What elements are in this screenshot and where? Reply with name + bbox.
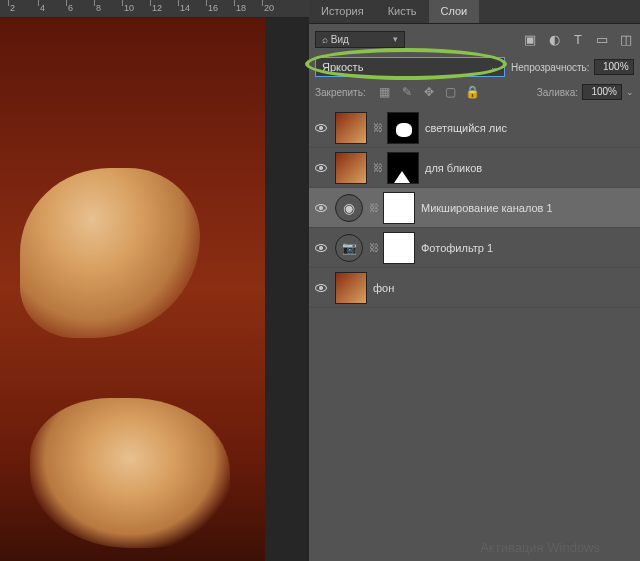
- layer-row[interactable]: 📷 ⛓ Фотофильтр 1: [309, 228, 640, 268]
- channel-mixer-icon: ◉: [343, 200, 355, 216]
- ruler-tick: 2: [10, 3, 15, 13]
- ruler-tick: 14: [180, 3, 190, 13]
- adjustment-icon[interactable]: 📷: [335, 234, 363, 262]
- link-icon: ⛓: [373, 162, 381, 173]
- opacity-value[interactable]: 100%: [594, 59, 634, 75]
- lock-row: Закрепить: ▦ ✎ ✥ ▢ 🔒 Заливка: 100% ⌄: [309, 80, 640, 104]
- chevron-down-icon: ⌄: [490, 62, 498, 72]
- layer-row[interactable]: фон: [309, 268, 640, 308]
- layer-name[interactable]: светящийся лис: [425, 122, 507, 134]
- layer-mask-thumbnail[interactable]: [383, 192, 415, 224]
- filter-adjustment-icon[interactable]: ◐: [546, 31, 562, 47]
- filter-smart-icon[interactable]: ◫: [618, 31, 634, 47]
- windows-activation-watermark: Активация Windows: [480, 540, 600, 555]
- link-icon: ⛓: [369, 242, 377, 253]
- ruler-horizontal: 2 4 6 8 10 12 14 16 18 20: [0, 0, 309, 18]
- layer-name[interactable]: для бликов: [425, 162, 482, 174]
- filter-type-icon[interactable]: T: [570, 31, 586, 47]
- tab-history[interactable]: История: [309, 0, 376, 23]
- layer-row[interactable]: ⛓ для бликов: [309, 148, 640, 188]
- ruler-tick: 18: [236, 3, 246, 13]
- canvas-area: 2 4 6 8 10 12 14 16 18 20: [0, 0, 309, 561]
- document-image[interactable]: [0, 18, 265, 561]
- chevron-down-icon: ▾: [393, 34, 398, 44]
- layer-mask-thumbnail[interactable]: [383, 232, 415, 264]
- ruler-tick: 10: [124, 3, 134, 13]
- eye-icon: [315, 164, 327, 172]
- layers-list: ⛓ светящийся лис ⛓ для бликов ◉ ⛓ Микшир…: [309, 104, 640, 308]
- link-icon: ⛓: [369, 202, 377, 213]
- blend-mode-select[interactable]: Яркость ⌄: [315, 57, 505, 77]
- visibility-toggle[interactable]: [313, 240, 329, 256]
- layer-thumbnail[interactable]: [335, 152, 367, 184]
- lock-move-icon[interactable]: ✥: [422, 85, 436, 99]
- ruler-tick: 4: [40, 3, 45, 13]
- opacity-label: Непрозрачность:: [511, 62, 590, 73]
- layer-thumbnail[interactable]: [335, 272, 367, 304]
- lock-artboard-icon[interactable]: ▢: [444, 85, 458, 99]
- ruler-tick: 20: [264, 3, 274, 13]
- link-icon: ⛓: [373, 122, 381, 133]
- layer-filter-row: ⌕ Вид ▾ ▣ ◐ T ▭ ◫: [309, 24, 640, 54]
- filter-type-label: Вид: [331, 34, 349, 45]
- chevron-down-icon[interactable]: ⌄: [626, 87, 634, 97]
- eye-icon: [315, 244, 327, 252]
- layer-thumbnail[interactable]: [335, 112, 367, 144]
- layer-name[interactable]: фон: [373, 282, 394, 294]
- lock-transparent-icon[interactable]: ▦: [378, 85, 392, 99]
- visibility-toggle[interactable]: [313, 160, 329, 176]
- filter-shape-icon[interactable]: ▭: [594, 31, 610, 47]
- visibility-toggle[interactable]: [313, 280, 329, 296]
- search-icon: ⌕: [322, 34, 328, 45]
- ruler-tick: 16: [208, 3, 218, 13]
- ruler-tick: 12: [152, 3, 162, 13]
- eye-icon: [315, 124, 327, 132]
- blend-mode-row: Яркость ⌄ Непрозрачность: 100% ⌄: [309, 54, 640, 80]
- camera-icon: 📷: [342, 241, 357, 255]
- tab-layers[interactable]: Слои: [429, 0, 480, 23]
- adjustment-icon[interactable]: ◉: [335, 194, 363, 222]
- layer-row[interactable]: ◉ ⛓ Микширование каналов 1: [309, 188, 640, 228]
- layer-mask-thumbnail[interactable]: [387, 112, 419, 144]
- visibility-toggle[interactable]: [313, 200, 329, 216]
- layer-mask-thumbnail[interactable]: [387, 152, 419, 184]
- layer-name[interactable]: Микширование каналов 1: [421, 202, 553, 214]
- fill-value[interactable]: 100%: [582, 84, 622, 100]
- lock-brush-icon[interactable]: ✎: [400, 85, 414, 99]
- filter-image-icon[interactable]: ▣: [522, 31, 538, 47]
- panels-area: История Кисть Слои ⌕ Вид ▾ ▣ ◐ T ▭ ◫ Ярк…: [309, 0, 640, 561]
- eye-icon: [315, 204, 327, 212]
- fill-label: Заливка:: [537, 87, 578, 98]
- blend-mode-value: Яркость: [322, 61, 363, 73]
- tab-brush[interactable]: Кисть: [376, 0, 429, 23]
- lock-label: Закрепить:: [315, 87, 366, 98]
- visibility-toggle[interactable]: [313, 120, 329, 136]
- panel-tabs: История Кисть Слои: [309, 0, 640, 24]
- layer-filter-select[interactable]: ⌕ Вид ▾: [315, 31, 405, 48]
- ruler-tick: 8: [96, 3, 101, 13]
- layer-row[interactable]: ⛓ светящийся лис: [309, 108, 640, 148]
- lock-all-icon[interactable]: 🔒: [466, 85, 480, 99]
- layer-name[interactable]: Фотофильтр 1: [421, 242, 493, 254]
- ruler-tick: 6: [68, 3, 73, 13]
- eye-icon: [315, 284, 327, 292]
